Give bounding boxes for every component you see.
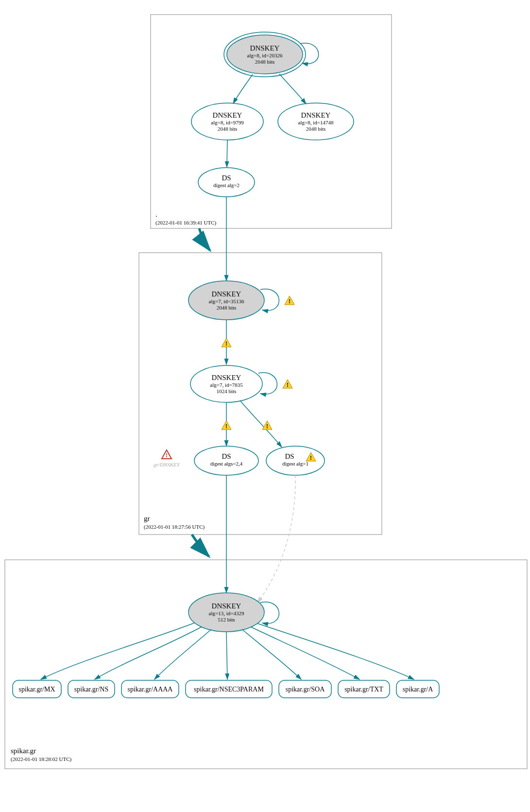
node-root-ksk: DNSKEY alg=8, id=20326 2048 bits	[224, 32, 306, 77]
node-root-zsk1: DNSKEY alg=8, id=9799 2048 bits	[191, 103, 263, 140]
edge-rr-txt	[251, 627, 359, 679]
edge-rr-mx	[41, 623, 194, 679]
svg-text:alg=7, id=7835: alg=7, id=7835	[210, 382, 243, 388]
rrset-soa: spikar.gr/SOA	[279, 680, 331, 698]
svg-text:DNSKEY: DNSKEY	[301, 111, 331, 119]
edge-rr-ns	[95, 627, 202, 679]
zone-gr: gr (2022-01-01 18:27:56 UTC) DNSKEY alg=…	[139, 197, 382, 535]
zone-root: . (2022-01-01 16:39:41 UTC) DNSKEY alg=8…	[151, 15, 392, 228]
gr-dnskey-side: gr/DNSKEY	[154, 462, 181, 467]
svg-text:alg=7, id=35136: alg=7, id=35136	[209, 298, 244, 304]
node-root-ds: DS digest alg=2	[198, 168, 255, 197]
zone-gr-ts: (2022-01-01 18:27:56 UTC)	[144, 524, 205, 530]
edge-zone-gr-spikar	[192, 535, 209, 556]
zone-spikar-label: spikar.gr	[11, 747, 36, 755]
rrset-nsec3param: spikar.gr/NSEC3PARAM	[186, 680, 272, 698]
edge-gr-zsk-ds2	[240, 400, 282, 447]
rrset-ns: spikar.gr/NS	[68, 680, 115, 698]
warning-icon	[285, 296, 294, 305]
rrset-a: spikar.gr/A	[396, 680, 439, 698]
node-spikar-ksk: DNSKEY alg=13, id=4329 512 bits	[188, 593, 264, 632]
edge-rr-aaaa	[154, 629, 211, 679]
edge-root-ksk-zsk2	[279, 74, 306, 104]
svg-text:DNSKEY: DNSKEY	[212, 602, 241, 610]
svg-text:DNSKEY: DNSKEY	[212, 374, 241, 381]
edge-zone-root-gr	[199, 228, 210, 250]
svg-text:spikar.gr/TXT: spikar.gr/TXT	[344, 686, 383, 693]
svg-text:digest algs=2,4: digest algs=2,4	[210, 461, 243, 466]
svg-text:spikar.gr/NS: spikar.gr/NS	[74, 686, 108, 693]
zone-spikar: spikar.gr (2022-01-01 18:28:02 UTC) DNSK…	[5, 475, 527, 769]
zone-spikar-ts: (2022-01-01 18:28:02 UTC)	[11, 756, 72, 762]
svg-text:alg=8, id=14748: alg=8, id=14748	[298, 120, 334, 125]
svg-text:digest alg=2: digest alg=2	[213, 182, 239, 188]
svg-text:alg=8, id=20326: alg=8, id=20326	[247, 52, 283, 58]
warning-icon	[283, 380, 292, 388]
rrset-txt: spikar.gr/TXT	[338, 680, 390, 698]
svg-text:spikar.gr/A: spikar.gr/A	[403, 686, 433, 693]
node-root-zsk2: DNSKEY alg=8, id=14748 2048 bits	[278, 103, 354, 140]
warning-icon	[262, 421, 272, 430]
error-icon	[162, 450, 171, 459]
svg-text:2048 bits: 2048 bits	[217, 305, 237, 311]
svg-text:DS: DS	[222, 174, 231, 182]
rrset-aaaa: spikar.gr/AAAA	[121, 680, 179, 698]
svg-rect-34	[5, 560, 527, 769]
edge-rr-a	[257, 623, 414, 679]
svg-text:DS: DS	[285, 452, 294, 460]
svg-text:DNSKEY: DNSKEY	[250, 44, 280, 52]
dnssec-diagram: ! ! . (2022-01-01 16:39:41 UTC) DNSKEY a…	[0, 0, 530, 812]
svg-text:DS: DS	[222, 452, 231, 460]
svg-text:DNSKEY: DNSKEY	[212, 290, 241, 298]
warning-icon	[222, 338, 231, 347]
svg-text:spikar.gr/NSEC3PARAM: spikar.gr/NSEC3PARAM	[194, 686, 264, 693]
warning-icon	[222, 421, 231, 430]
svg-text:2048 bits: 2048 bits	[255, 59, 275, 65]
zone-gr-label: gr	[144, 515, 150, 522]
node-gr-ds1: DS digest algs=2,4	[194, 446, 258, 475]
node-gr-zsk: DNSKEY alg=7, id=7835 1024 bits	[190, 365, 262, 402]
edge-root-zsk1-ds	[227, 140, 227, 167]
svg-text:512 bits: 512 bits	[218, 617, 235, 622]
edge-rr-n3p	[226, 632, 227, 679]
svg-text:alg=8, id=9799: alg=8, id=9799	[211, 120, 244, 125]
svg-text:spikar.gr/AAAA: spikar.gr/AAAA	[128, 686, 173, 693]
node-gr-ksk: DNSKEY alg=7, id=35136 2048 bits	[188, 281, 264, 320]
svg-text:2048 bits: 2048 bits	[306, 126, 326, 132]
svg-text:spikar.gr/MX: spikar.gr/MX	[18, 686, 55, 693]
edge-root-ksk-zsk1	[233, 74, 253, 104]
svg-text:digest alg=1: digest alg=1	[282, 461, 308, 466]
svg-text:2048 bits: 2048 bits	[218, 126, 238, 132]
svg-text:spikar.gr/SOA: spikar.gr/SOA	[286, 686, 325, 693]
svg-text:1024 bits: 1024 bits	[217, 388, 237, 394]
svg-text:alg=13, id=4329: alg=13, id=4329	[209, 610, 244, 616]
edge-grds2-spikarksk	[257, 475, 295, 603]
zone-root-label: .	[155, 210, 157, 218]
zone-root-ts: (2022-01-01 16:39:41 UTC)	[155, 220, 217, 226]
svg-text:DNSKEY: DNSKEY	[213, 111, 242, 119]
rrset-mx: spikar.gr/MX	[13, 680, 61, 698]
